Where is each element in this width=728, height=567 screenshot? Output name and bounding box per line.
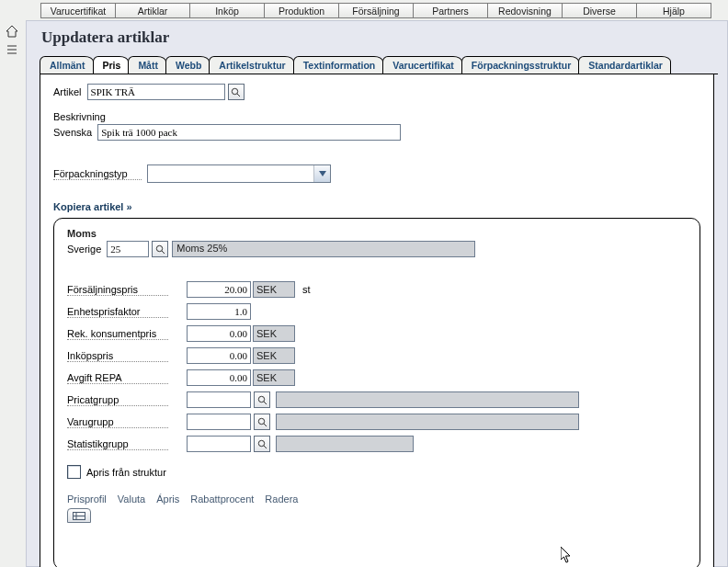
varu-group-input[interactable] — [187, 414, 251, 430]
menu-hjalp[interactable]: Hjälp — [636, 3, 711, 18]
stat-search-button[interactable] — [254, 436, 270, 452]
packaging-select[interactable] — [147, 164, 331, 183]
sales-price-input[interactable] — [187, 281, 251, 298]
tab-forpackningsstruktur[interactable]: Förpackningsstruktur — [461, 56, 580, 74]
svg-line-3 — [162, 251, 165, 254]
menu-redovisning[interactable]: Redovisning — [487, 3, 563, 18]
apris-from-structure-checkbox[interactable] — [67, 465, 81, 479]
svg-point-0 — [232, 88, 237, 94]
chevron-down-icon — [313, 165, 330, 182]
pricat-group-label: Pricatgrupp — [67, 394, 168, 406]
sales-price-unit: st — [302, 284, 311, 295]
unit-factor-label: Enhetsprisfaktor — [67, 306, 168, 318]
price-profile-table-header: Prisprofil Valuta Ápris Rabattprocent Ra… — [67, 493, 687, 505]
description-input[interactable] — [97, 124, 401, 141]
menu-forsaljning[interactable]: Försäljning — [338, 3, 414, 18]
list-icon[interactable] — [5, 42, 19, 57]
varu-search-button[interactable] — [254, 414, 270, 430]
article-row: Artikel — [53, 84, 700, 100]
repa-fee-input[interactable] — [187, 369, 251, 386]
menu-produktion[interactable]: Produktion — [264, 3, 339, 18]
menu-varucertifikat[interactable]: Varucertifikat — [40, 3, 116, 18]
page-title: Uppdatera artiklar — [41, 28, 718, 47]
repa-fee-currency: SEK — [253, 369, 295, 386]
rec-price-label: Rek. konsumentpris — [67, 328, 168, 340]
tab-textinformation[interactable]: Textinformation — [293, 56, 384, 74]
apris-from-structure-label: Apris från struktur — [86, 467, 166, 478]
svg-line-1 — [237, 94, 240, 96]
pricat-group-input[interactable] — [187, 391, 251, 408]
moms-heading: Moms — [67, 228, 687, 239]
stat-group-label: Statistikgrupp — [67, 438, 168, 450]
purchase-price-input[interactable] — [187, 347, 251, 364]
magnifier-icon — [257, 417, 267, 427]
moms-search-button[interactable] — [152, 241, 168, 257]
home-icon[interactable] — [5, 24, 19, 39]
svg-line-7 — [264, 424, 267, 426]
tab-standardartiklar[interactable]: Standardartiklar — [578, 56, 671, 74]
tab-strip: Allmänt Pris Mått Webb Artikelstruktur T… — [40, 56, 718, 74]
tab-varucertifikat[interactable]: Varucertifikat — [382, 56, 462, 74]
svg-point-6 — [258, 418, 264, 424]
menu-diverse[interactable]: Diverse — [562, 3, 637, 18]
add-row-button[interactable] — [67, 508, 91, 523]
packaging-label: Förpackningstyp — [53, 168, 142, 180]
stat-group-input[interactable] — [187, 436, 251, 452]
rec-price-input[interactable] — [187, 325, 251, 342]
moms-group: Moms Sverige Moms 25% Försäljningspris S… — [53, 218, 700, 567]
pricat-search-button[interactable] — [254, 391, 270, 408]
sales-price-currency: SEK — [253, 281, 295, 298]
svg-point-2 — [156, 245, 162, 251]
description-heading: Beskrivning — [53, 111, 700, 122]
insert-row-icon — [73, 512, 85, 520]
varu-group-readonly — [276, 414, 579, 430]
pricat-group-readonly — [276, 391, 579, 408]
svg-line-9 — [264, 446, 267, 448]
tab-matt[interactable]: Mått — [128, 56, 166, 74]
purchase-price-currency: SEK — [253, 347, 295, 364]
left-icon-rail — [0, 20, 26, 567]
sales-price-label: Försäljningspris — [67, 284, 168, 296]
magnifier-icon — [257, 395, 267, 405]
magnifier-icon — [257, 439, 267, 449]
varu-group-label: Varugrupp — [67, 416, 168, 428]
copy-article-link[interactable]: Kopiera artikel » — [53, 201, 132, 212]
moms-rate-input[interactable] — [107, 241, 149, 257]
article-search-button[interactable] — [228, 84, 245, 100]
col-valuta[interactable]: Valuta — [118, 493, 145, 505]
article-input[interactable] — [87, 84, 225, 100]
repa-fee-label: Avgift REPA — [67, 372, 168, 384]
description-lang-label: Svenska — [53, 127, 92, 138]
moms-desc-readonly: Moms 25% — [172, 241, 475, 257]
svg-point-8 — [258, 440, 264, 446]
col-radera[interactable]: Radera — [265, 493, 298, 505]
svg-point-4 — [258, 396, 264, 402]
rec-price-currency: SEK — [253, 325, 295, 342]
tab-pris[interactable]: Pris — [93, 56, 130, 74]
content-pane: Uppdatera artiklar Allmänt Pris Mått Web… — [26, 20, 728, 567]
purchase-price-label: Inköpspris — [67, 350, 168, 362]
menu-artiklar[interactable]: Artiklar — [115, 3, 190, 18]
tab-body: Artikel Beskrivning Svenska Förpacknings… — [40, 74, 714, 567]
stat-group-readonly — [276, 436, 414, 452]
moms-country-label: Sverige — [67, 244, 101, 255]
main-menubar: Varucertifikat Artiklar Inköp Produktion… — [0, 0, 728, 18]
article-label: Artikel — [53, 86, 82, 97]
magnifier-icon — [155, 244, 165, 255]
svg-line-5 — [264, 402, 267, 404]
tab-artikelstruktur[interactable]: Artikelstruktur — [209, 56, 293, 74]
tab-allmant[interactable]: Allmänt — [40, 56, 94, 74]
col-apris[interactable]: Ápris — [156, 493, 179, 505]
menu-partners[interactable]: Partners — [413, 3, 488, 18]
tab-webb[interactable]: Webb — [165, 56, 210, 74]
menu-inkop[interactable]: Inköp — [189, 3, 265, 18]
unit-factor-input[interactable] — [187, 303, 251, 320]
magnifier-icon — [231, 87, 241, 97]
col-rabattprocent[interactable]: Rabattprocent — [190, 493, 254, 505]
col-prisprofil[interactable]: Prisprofil — [67, 493, 107, 505]
